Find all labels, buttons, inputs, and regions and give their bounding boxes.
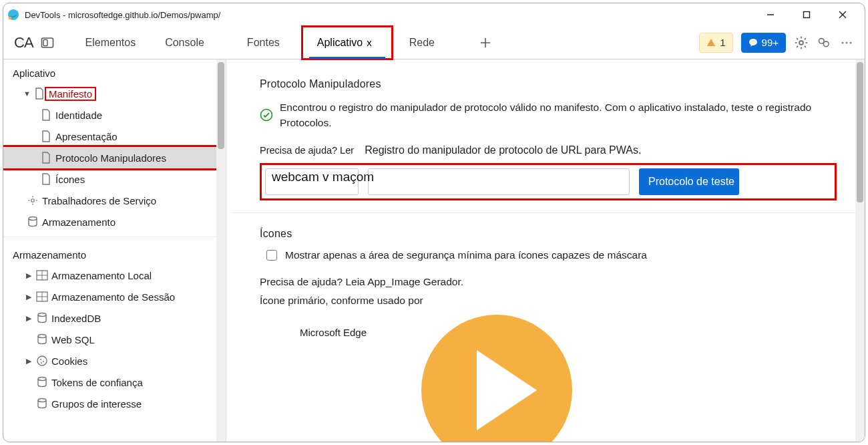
sidebar-item-protocol-handlers[interactable]: Protocolo Manipuladores <box>3 147 226 168</box>
svg-line-18 <box>805 38 806 39</box>
svg-point-43 <box>38 378 46 381</box>
file-icon <box>39 130 53 142</box>
dock-side-icon[interactable] <box>40 35 55 50</box>
svg-point-23 <box>845 41 847 43</box>
icons-help-text: Precisa de ajuda? Leia App_Image Gerador… <box>260 276 837 288</box>
app-icon <box>7 9 19 21</box>
sidebar-scrollbar[interactable] <box>216 59 226 442</box>
chevron-right-icon: ▶ <box>26 271 35 280</box>
database-icon <box>35 376 49 388</box>
svg-point-30 <box>29 217 37 220</box>
status-text: Encontrou o registro do manipulador de p… <box>280 100 837 131</box>
sidebar-section-storage: Armazenamento <box>3 241 226 265</box>
main-scrollbar[interactable] <box>855 59 865 442</box>
svg-point-44 <box>38 399 46 402</box>
application-sidebar: Aplicativo ▼ Manifesto Identidade Aprese… <box>3 59 226 442</box>
tab-close-icon[interactable]: x <box>367 37 372 48</box>
settings-icon[interactable] <box>794 35 809 50</box>
svg-line-17 <box>805 45 806 47</box>
sidebar-item-interest-groups[interactable]: Grupos de interesse <box>3 393 226 414</box>
titlebar: DevTools - microsoftedge.github.io/Demos… <box>3 3 865 26</box>
sidebar-item-local-storage[interactable]: ▶ Armazenamento Local <box>3 265 226 286</box>
tab-sources[interactable]: Fontes <box>232 27 294 59</box>
window-title: DevTools - microsoftedge.github.io/Demos… <box>25 10 220 20</box>
gear-small-icon <box>26 194 39 206</box>
database-icon <box>26 216 39 228</box>
help-link[interactable]: Registro do manipulador de protocolo de … <box>365 144 641 156</box>
min-safe-area-checkbox[interactable] <box>266 250 277 261</box>
grid-icon <box>35 270 49 281</box>
messages-badge[interactable]: 99+ <box>741 33 786 53</box>
section-icons-title: Ícones <box>260 228 837 240</box>
file-icon <box>39 173 53 185</box>
window-maximize-button[interactable] <box>797 5 817 25</box>
file-icon <box>33 88 46 100</box>
sidebar-item-trust-tokens[interactable]: Tokens de confiança <box>3 372 226 393</box>
sidebar-item-manifest[interactable]: ▼ Manifesto <box>3 83 226 104</box>
svg-point-10 <box>749 39 757 45</box>
chevron-down-icon: ▼ <box>23 90 33 98</box>
sidebar-item-icons[interactable]: Ícones <box>3 168 226 190</box>
tab-console[interactable]: Console <box>150 27 219 59</box>
svg-rect-7 <box>43 39 47 45</box>
sidebar-item-session-storage[interactable]: ▶ Armazenamento de Sessão <box>3 286 226 307</box>
checkbox-label: Mostrar apenas a área de segurança mínim… <box>285 249 647 261</box>
warnings-badge[interactable]: 1 <box>699 33 732 53</box>
database-icon <box>35 312 49 324</box>
primary-icon-preview <box>420 313 574 442</box>
sidebar-item-identity[interactable]: Identidade <box>3 104 226 126</box>
more-icon[interactable] <box>839 35 854 50</box>
inspect-badge[interactable]: CA <box>14 34 33 51</box>
feedback-icon[interactable] <box>817 35 831 50</box>
message-icon <box>748 38 758 47</box>
svg-point-22 <box>841 41 843 43</box>
section-protocol-title: Protocolo Manipuladores <box>260 78 837 90</box>
svg-point-42 <box>41 362 42 363</box>
database-icon <box>35 333 49 345</box>
svg-point-39 <box>37 356 47 365</box>
checkmark-circle-icon <box>260 108 273 122</box>
svg-point-38 <box>38 335 46 338</box>
test-protocol-button[interactable]: Protocolo de teste <box>639 168 739 195</box>
svg-point-37 <box>38 313 46 317</box>
sidebar-item-service-workers[interactable]: Trabalhadores de Serviço <box>3 190 226 211</box>
devtools-toolbar: CA Elementos Console Fontes Aplicativox … <box>3 26 865 59</box>
svg-point-41 <box>43 361 44 362</box>
svg-point-21 <box>823 41 829 46</box>
chevron-right-icon: ▶ <box>26 314 35 323</box>
window-minimize-button[interactable] <box>761 5 781 25</box>
sidebar-item-cookies[interactable]: ▶ Cookies <box>3 350 226 372</box>
svg-point-1 <box>9 17 11 19</box>
chevron-right-icon: ▶ <box>26 293 35 301</box>
svg-rect-3 <box>804 12 810 18</box>
add-tab-button[interactable] <box>473 37 497 49</box>
svg-point-25 <box>31 199 35 202</box>
svg-point-11 <box>799 41 803 45</box>
sidebar-section-app: Aplicativo <box>3 59 226 83</box>
tab-application[interactable]: Aplicativox <box>302 27 392 59</box>
primary-icon-prefix: Ícone primário, conforme usado por <box>260 295 837 307</box>
svg-line-19 <box>797 45 798 47</box>
protocol-test-row: Protocolo de teste <box>260 163 837 200</box>
file-icon <box>39 109 53 121</box>
grid-icon <box>35 291 49 302</box>
sidebar-item-storage[interactable]: Armazenamento <box>3 211 226 233</box>
cookie-icon <box>35 355 49 367</box>
tab-network[interactable]: Rede <box>395 27 449 59</box>
tab-elements[interactable]: Elementos <box>71 27 151 59</box>
window-close-button[interactable] <box>833 5 853 25</box>
database-icon <box>35 398 49 410</box>
protocol-scheme-input[interactable] <box>265 168 359 195</box>
help-prefix: Precisa de ajuda? Ler <box>260 145 354 156</box>
file-icon <box>39 152 53 164</box>
sidebar-item-indexeddb[interactable]: ▶ IndexedDB <box>3 307 226 329</box>
svg-point-40 <box>40 359 41 360</box>
protocol-url-input[interactable] <box>368 168 630 195</box>
svg-point-20 <box>819 38 824 43</box>
chevron-right-icon: ▶ <box>26 357 35 365</box>
svg-line-16 <box>797 38 798 39</box>
sidebar-item-presentation[interactable]: Apresentação <box>3 126 226 147</box>
primary-icon-used-by: Microsoft Edge <box>260 313 420 338</box>
svg-point-24 <box>849 41 851 43</box>
sidebar-item-websql[interactable]: Web SQL <box>3 329 226 350</box>
